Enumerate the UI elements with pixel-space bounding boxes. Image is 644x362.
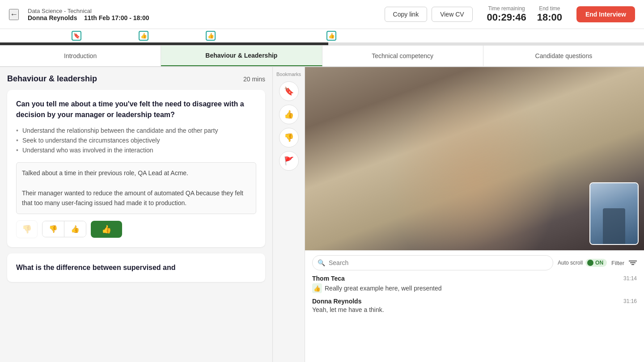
- thumb-up-active-button[interactable]: 👍: [91, 221, 122, 238]
- progress-fill: [0, 42, 328, 45]
- video-area: [305, 67, 644, 250]
- bookmark-marker-2: 👍: [139, 31, 148, 41]
- chat-area: 🔍 Auto scroll ON Filter: [305, 250, 644, 349]
- thumb-down-faded-button[interactable]: 👎: [16, 220, 38, 238]
- rating-row: 👎 👎 👍 👍: [16, 220, 256, 238]
- question-text-2: What is the difference between supervise…: [16, 262, 256, 273]
- interview-date: 11th Feb 17:00 - 18:00: [84, 14, 149, 21]
- interview-details: Donna Reynolds 11th Feb 17:00 - 18:00: [28, 14, 377, 21]
- end-time-label: End time: [537, 5, 562, 12]
- chat-sender-2: Donna Reynolds: [312, 298, 361, 305]
- filter-line-2: [630, 262, 636, 263]
- end-interview-button[interactable]: End Interview: [576, 6, 635, 22]
- toggle-dot: [587, 260, 593, 266]
- end-time-value: 18:00: [537, 12, 562, 23]
- chat-controls: 🔍 Auto scroll ON Filter: [312, 255, 637, 270]
- chat-messages: Thom Teca 31:14 👍 Really great example h…: [312, 275, 637, 344]
- timer-section: Time remaining 00:29:46 End time 18:00 E…: [487, 5, 635, 23]
- thumbdown-icon-btn[interactable]: 👎: [279, 128, 299, 147]
- tab-technical[interactable]: Technical competency: [322, 46, 483, 66]
- left-panel: Behaviour & leadership 20 mins Can you t…: [0, 67, 273, 362]
- chat-time-1: 31:14: [623, 275, 637, 282]
- bookmark-marker-4: 👍: [326, 31, 336, 41]
- time-remaining-label: Time remaining: [487, 5, 526, 12]
- filter-label: Filter: [611, 260, 624, 266]
- bookmark-icon-btn[interactable]: 🔖: [279, 81, 299, 101]
- thumb-down-button[interactable]: 👎: [42, 221, 64, 237]
- autoscroll-label: Auto scroll: [558, 260, 583, 266]
- interview-type: Data Science - Technical: [28, 8, 377, 14]
- header-actions: Copy link View CV: [385, 7, 473, 22]
- time-remaining-block: Time remaining 00:29:46: [487, 5, 526, 23]
- bookmark-marker-3: 👍: [206, 31, 216, 41]
- question-text-1: Can you tell me about a time you've felt…: [16, 99, 256, 120]
- bullet-list: Understand the relationship between the …: [16, 126, 256, 155]
- time-remaining-value: 00:29:46: [487, 12, 526, 23]
- chat-time-2: 31:16: [623, 298, 637, 304]
- interview-info: Data Science - Technical Donna Reynolds …: [28, 8, 377, 21]
- right-panel: 🔍 Auto scroll ON Filter: [305, 67, 644, 362]
- question-card-1: Can you tell me about a time you've felt…: [7, 90, 265, 247]
- autoscroll-wrap: Auto scroll ON: [558, 259, 607, 267]
- tab-behaviour[interactable]: Behaviour & Leadership: [161, 46, 322, 66]
- search-wrap: 🔍: [312, 255, 553, 270]
- tab-candidate-questions[interactable]: Candidate questions: [483, 46, 644, 66]
- tab-introduction[interactable]: Introduction: [0, 46, 161, 66]
- chat-msg-header-1: Thom Teca 31:14: [312, 275, 637, 282]
- chat-msg-header-2: Donna Reynolds 31:16: [312, 298, 637, 305]
- end-time-block: End time 18:00: [537, 5, 562, 23]
- candidate-name: Donna Reynolds: [28, 14, 77, 21]
- progress-bar: [0, 42, 644, 45]
- main-content: Behaviour & leadership 20 mins Can you t…: [0, 67, 644, 362]
- thumb-badge-1: 👍: [312, 283, 322, 293]
- bookmarks-sidebar: Bookmarks 🔖 👍 👎 🚩: [273, 67, 305, 362]
- section-tabs: Introduction Behaviour & Leadership Tech…: [0, 46, 644, 67]
- filter-icon[interactable]: [629, 261, 637, 265]
- bullet-item-1: Understand the relationship between the …: [16, 126, 256, 135]
- bookmarks-label: Bookmarks: [276, 72, 301, 77]
- chat-sender-1: Thom Teca: [312, 275, 345, 282]
- chat-message-2: Donna Reynolds 31:16 Yeah, let me have a…: [312, 298, 637, 313]
- copy-link-button[interactable]: Copy link: [385, 7, 428, 22]
- progress-area: 🔖 👍 👍 👍: [0, 29, 644, 46]
- bullet-item-2: Seek to understand the circumstances obj…: [16, 135, 256, 145]
- bookmark-row: 🔖 👍 👍 👍: [0, 29, 644, 42]
- thumb-up-neutral-button[interactable]: 👍: [64, 221, 86, 237]
- filter-line-3: [631, 264, 634, 265]
- flag-icon-btn[interactable]: 🚩: [279, 151, 299, 171]
- back-button[interactable]: ←: [9, 9, 19, 20]
- bullet-item-3: Understand who was involved in the inter…: [16, 145, 256, 155]
- section-title: Behaviour & leadership: [7, 74, 97, 84]
- thumbup-icon-btn[interactable]: 👍: [279, 105, 299, 124]
- chat-message-1: Thom Teca 31:14 👍 Really great example h…: [312, 275, 637, 293]
- section-header: Behaviour & leadership 20 mins: [7, 74, 265, 84]
- header: ← Data Science - Technical Donna Reynold…: [0, 0, 644, 29]
- autoscroll-toggle[interactable]: ON: [585, 259, 607, 267]
- chat-text-1: 👍 Really great example here, well presen…: [312, 283, 637, 293]
- thumb-pair: 👎 👍: [42, 221, 86, 237]
- section-duration: 20 mins: [243, 76, 265, 83]
- search-input[interactable]: [312, 255, 553, 270]
- view-cv-button[interactable]: View CV: [432, 7, 472, 22]
- chat-text-2: Yeah, let me have a think.: [312, 306, 637, 313]
- search-icon: 🔍: [318, 259, 325, 266]
- notes-area[interactable]: Talked about a time in their previous ro…: [16, 162, 256, 214]
- video-pip: [589, 182, 639, 245]
- bookmark-marker-1: 🔖: [72, 31, 81, 41]
- filter-line-1: [629, 261, 637, 261]
- question-card-2: What is the difference between supervise…: [7, 253, 265, 282]
